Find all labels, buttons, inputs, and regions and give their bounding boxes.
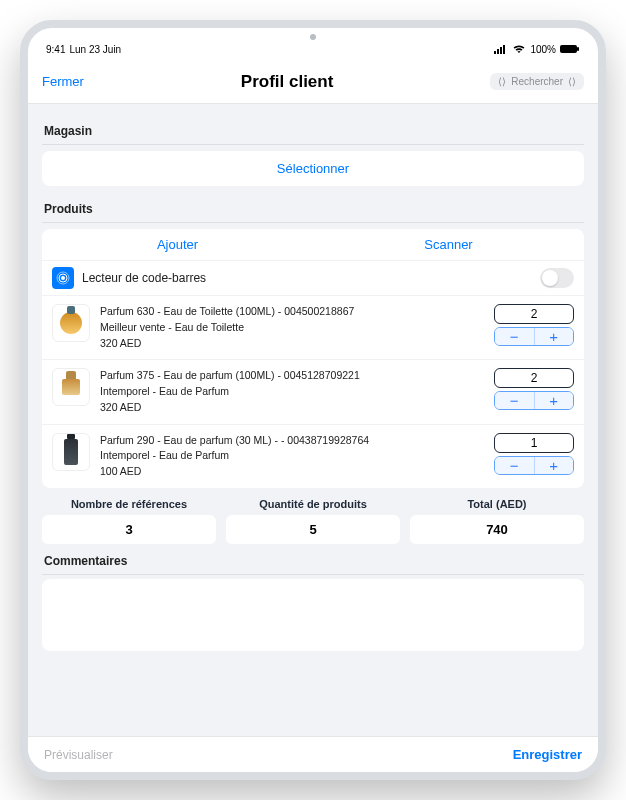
status-bar: 9:41 Lun 23 Juin 100% <box>28 38 598 60</box>
svg-point-6 <box>61 276 65 280</box>
save-button[interactable]: Enregistrer <box>513 747 582 762</box>
svg-rect-1 <box>497 49 499 54</box>
product-subtitle: Intemporel - Eau de Parfum <box>100 448 484 464</box>
barcode-reader-icon <box>52 267 74 289</box>
bottle-icon <box>60 312 82 334</box>
bracket-right-icon: ⟨⟩ <box>568 76 576 87</box>
decrement-button[interactable]: − <box>495 392 535 409</box>
svg-rect-3 <box>503 45 505 54</box>
footer-bar: Prévisualiser Enregistrer <box>28 736 598 772</box>
status-time: 9:41 <box>46 44 65 55</box>
page-title: Profil client <box>241 72 334 92</box>
produits-section-label: Produits <box>44 202 584 216</box>
quantity-display[interactable]: 1 <box>494 433 574 453</box>
products-card: Ajouter Scanner Lecteur de code-barres P… <box>42 229 584 488</box>
svg-rect-0 <box>494 51 496 54</box>
product-info: Parfum 290 - Eau de parfum (30 ML) - - 0… <box>100 433 484 480</box>
battery-icon <box>560 44 580 54</box>
quantity-stepper: −+ <box>494 391 574 410</box>
bracket-left-icon: ⟨⟩ <box>498 76 506 87</box>
close-button[interactable]: Fermer <box>42 74 84 89</box>
barcode-toggle[interactable] <box>540 268 574 288</box>
quantity-stepper: −+ <box>494 456 574 475</box>
select-store-button[interactable]: Sélectionner <box>42 151 584 186</box>
battery-percent: 100% <box>530 44 556 55</box>
preview-button[interactable]: Prévisualiser <box>44 748 113 762</box>
product-thumbnail <box>52 368 90 406</box>
product-subtitle: Meilleur vente - Eau de Toilette <box>100 320 484 336</box>
magasin-section-label: Magasin <box>44 124 584 138</box>
quantity-controls: 2−+ <box>494 304 574 346</box>
summary-qty-label: Quantité de produits <box>226 498 400 510</box>
summary-refs-value: 3 <box>42 515 216 544</box>
content-area: Magasin Sélectionner Produits Ajouter Sc… <box>28 104 598 736</box>
product-title: Parfum 375 - Eau de parfum (100ML) - 004… <box>100 368 484 384</box>
quantity-controls: 2−+ <box>494 368 574 410</box>
product-thumbnail <box>52 304 90 342</box>
tab-add[interactable]: Ajouter <box>42 229 313 260</box>
svg-rect-2 <box>500 47 502 54</box>
tablet-frame: 9:41 Lun 23 Juin 100% Fermer Profil clie… <box>20 20 606 780</box>
status-date: Lun 23 Juin <box>69 44 121 55</box>
summary-refs-label: Nombre de références <box>42 498 216 510</box>
search-button[interactable]: ⟨⟩ Rechercher ⟨⟩ <box>490 73 584 90</box>
wifi-icon <box>512 44 526 54</box>
quantity-stepper: −+ <box>494 327 574 346</box>
summary-total-value: 740 <box>410 515 584 544</box>
svg-rect-5 <box>577 47 579 51</box>
decrement-button[interactable]: − <box>495 457 535 474</box>
quantity-controls: 1−+ <box>494 433 574 475</box>
increment-button[interactable]: + <box>535 328 574 345</box>
product-thumbnail <box>52 433 90 471</box>
summary-total-label: Total (AED) <box>410 498 584 510</box>
cellular-signal-icon <box>494 44 508 54</box>
product-info: Parfum 630 - Eau de Toilette (100ML) - 0… <box>100 304 484 351</box>
increment-button[interactable]: + <box>535 392 574 409</box>
product-row: Parfum 375 - Eau de parfum (100ML) - 004… <box>42 360 584 424</box>
search-label: Rechercher <box>511 76 563 87</box>
barcode-reader-label: Lecteur de code-barres <box>82 271 532 285</box>
navigation-bar: Fermer Profil client ⟨⟩ Rechercher ⟨⟩ <box>28 60 598 104</box>
quantity-display[interactable]: 2 <box>494 368 574 388</box>
product-list: Parfum 630 - Eau de Toilette (100ML) - 0… <box>42 296 584 488</box>
product-price: 100 AED <box>100 464 484 480</box>
tab-scan[interactable]: Scanner <box>313 229 584 260</box>
product-price: 320 AED <box>100 336 484 352</box>
product-row: Parfum 630 - Eau de Toilette (100ML) - 0… <box>42 296 584 360</box>
bottle-icon <box>64 439 78 465</box>
product-price: 320 AED <box>100 400 484 416</box>
summary-row: Nombre de références 3 Quantité de produ… <box>42 498 584 544</box>
commentaires-section-label: Commentaires <box>44 554 584 568</box>
product-title: Parfum 290 - Eau de parfum (30 ML) - - 0… <box>100 433 484 449</box>
quantity-display[interactable]: 2 <box>494 304 574 324</box>
product-subtitle: Intemporel - Eau de Parfum <box>100 384 484 400</box>
product-row: Parfum 290 - Eau de parfum (30 ML) - - 0… <box>42 425 584 488</box>
tablet-camera <box>310 34 316 40</box>
svg-rect-4 <box>560 45 577 53</box>
product-title: Parfum 630 - Eau de Toilette (100ML) - 0… <box>100 304 484 320</box>
comments-input[interactable] <box>42 579 584 651</box>
decrement-button[interactable]: − <box>495 328 535 345</box>
divider <box>42 574 584 575</box>
increment-button[interactable]: + <box>535 457 574 474</box>
summary-qty-value: 5 <box>226 515 400 544</box>
product-info: Parfum 375 - Eau de parfum (100ML) - 004… <box>100 368 484 415</box>
bottle-icon <box>62 379 80 395</box>
